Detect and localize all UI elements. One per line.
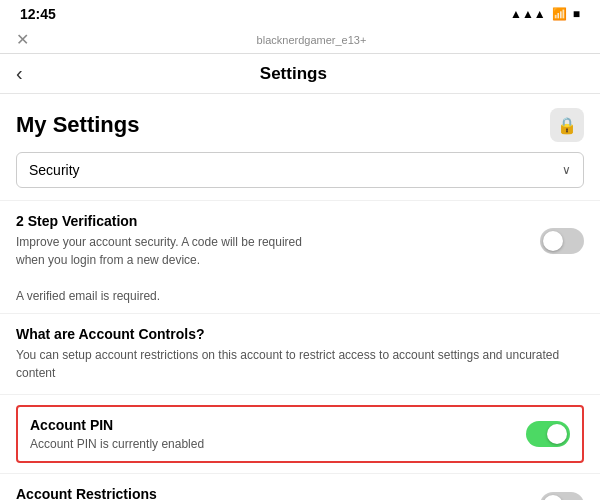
account-pin-row: Account PIN Account PIN is currently ena… bbox=[30, 417, 570, 451]
browser-close-icon[interactable]: ✕ bbox=[16, 30, 29, 49]
chevron-down-icon: ∨ bbox=[562, 163, 571, 177]
account-controls-section: What are Account Controls? You can setup… bbox=[0, 314, 600, 395]
account-restrictions-info: Account Restrictions Account Restriction… bbox=[16, 486, 235, 500]
status-bar: 12:45 ▲▲▲ 📶 ■ bbox=[0, 0, 600, 26]
two-step-title: 2 Step Verification bbox=[16, 213, 316, 229]
account-pin-toggle-knob bbox=[547, 424, 567, 444]
account-pin-description: Account PIN is currently enabled bbox=[30, 437, 204, 451]
dropdown-label: Security bbox=[29, 162, 80, 178]
nav-bar: ‹ Settings bbox=[0, 54, 600, 94]
status-time: 12:45 bbox=[20, 6, 56, 22]
dropdown-wrapper: Security ∨ bbox=[0, 152, 600, 200]
account-pin-title: Account PIN bbox=[30, 417, 204, 433]
account-restrictions-row: Account Restrictions Account Restriction… bbox=[16, 486, 584, 500]
lock-icon-button[interactable]: 🔒 bbox=[550, 108, 584, 142]
account-pin-toggle[interactable] bbox=[526, 421, 570, 447]
security-dropdown[interactable]: Security ∨ bbox=[16, 152, 584, 188]
verified-note: A verified email is required. bbox=[0, 281, 600, 314]
my-settings-header: My Settings 🔒 bbox=[0, 94, 600, 152]
account-pin-info: Account PIN Account PIN is currently ena… bbox=[30, 417, 204, 451]
back-button[interactable]: ‹ bbox=[16, 62, 23, 85]
browser-url: blacknerdgamer_e13+ bbox=[39, 34, 584, 46]
account-controls-title: What are Account Controls? bbox=[16, 326, 584, 342]
battery-icon: ■ bbox=[573, 7, 580, 21]
two-step-description: Improve your account security. A code wi… bbox=[16, 233, 316, 269]
wifi-icon: 📶 bbox=[552, 7, 567, 21]
account-restrictions-title: Account Restrictions bbox=[16, 486, 235, 500]
two-step-toggle[interactable] bbox=[540, 228, 584, 254]
account-restrictions-section: Account Restrictions Account Restriction… bbox=[0, 473, 600, 500]
two-step-info: 2 Step Verification Improve your account… bbox=[16, 213, 316, 269]
two-step-toggle-row: 2 Step Verification Improve your account… bbox=[16, 213, 584, 269]
signal-icon: ▲▲▲ bbox=[510, 7, 546, 21]
lock-icon: 🔒 bbox=[557, 116, 577, 135]
account-restrictions-toggle-knob bbox=[543, 495, 563, 500]
status-icons: ▲▲▲ 📶 ■ bbox=[510, 7, 580, 21]
browser-bar: ✕ blacknerdgamer_e13+ bbox=[0, 26, 600, 54]
account-pin-wrapper: Account PIN Account PIN is currently ena… bbox=[0, 395, 600, 473]
account-restrictions-toggle[interactable] bbox=[540, 492, 584, 500]
account-pin-section: Account PIN Account PIN is currently ena… bbox=[16, 405, 584, 463]
account-controls-description: You can setup account restrictions on th… bbox=[16, 346, 584, 382]
settings-content: My Settings 🔒 Security ∨ 2 Step Verifica… bbox=[0, 94, 600, 500]
two-step-toggle-knob bbox=[543, 231, 563, 251]
my-settings-title: My Settings bbox=[16, 112, 139, 138]
page-title: Settings bbox=[33, 64, 554, 84]
two-step-section: 2 Step Verification Improve your account… bbox=[0, 200, 600, 281]
